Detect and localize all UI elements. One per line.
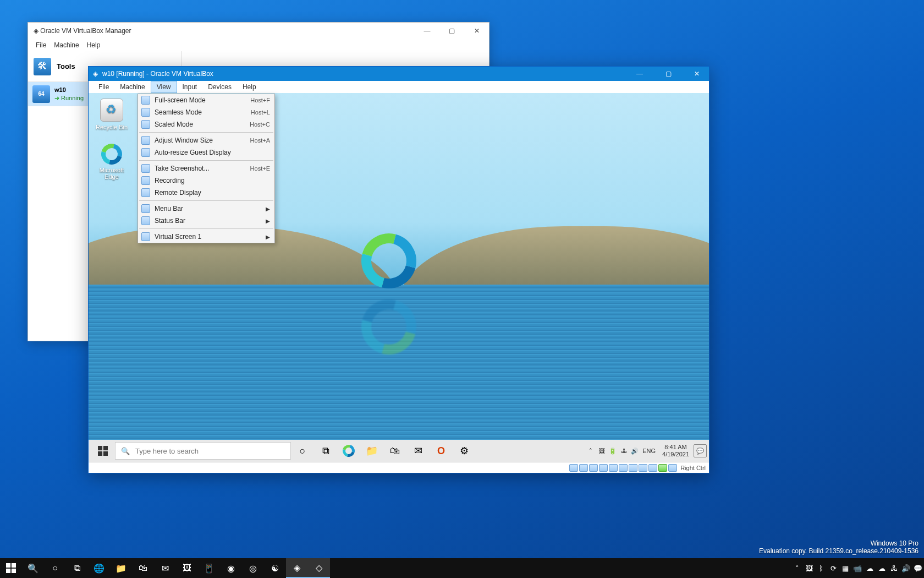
menu-input[interactable]: Input — [177, 81, 203, 93]
cortana-button[interactable]: ○ — [291, 440, 314, 462]
status-shared-folders-icon[interactable] — [619, 464, 628, 472]
tray-chevron-icon[interactable]: ˄ — [791, 558, 803, 578]
close-button[interactable]: ✕ — [685, 67, 709, 81]
guest-search-box[interactable]: 🔍 Type here to search — [115, 442, 291, 460]
svg-rect-4 — [6, 563, 10, 568]
tray-update-icon[interactable]: ⟳ — [827, 558, 839, 578]
menu-item-accelerator: Host+F — [250, 97, 270, 103]
status-display-icon[interactable] — [629, 464, 637, 472]
host-chrome-button[interactable]: ◉ — [220, 558, 242, 578]
host-cortana-button[interactable]: ○ — [44, 558, 66, 578]
view-menu-item[interactable]: Scaled ModeHost+C — [138, 118, 274, 130]
edge-icon — [340, 443, 357, 459]
status-cpu-icon[interactable] — [648, 464, 657, 472]
menu-machine[interactable]: Machine — [54, 41, 79, 49]
status-network-icon[interactable] — [599, 464, 608, 472]
host-edge-button[interactable]: 🌐 — [88, 558, 110, 578]
menu-help[interactable]: Help — [87, 41, 101, 49]
close-button[interactable]: ✕ — [464, 23, 489, 39]
tray-language[interactable]: ENG — [640, 440, 658, 462]
status-usb-icon[interactable] — [609, 464, 618, 472]
status-recording-icon[interactable] — [639, 464, 647, 472]
svg-rect-5 — [12, 563, 16, 568]
taskview-button[interactable]: ⧉ — [314, 440, 337, 462]
host-mail-button[interactable]: ✉ — [154, 558, 176, 578]
status-audio-icon[interactable] — [589, 464, 598, 472]
host-photos-button[interactable]: 🖼 — [176, 558, 198, 578]
action-center-button[interactable]: 💬 — [694, 444, 707, 457]
tray-chevron-icon[interactable]: ˄ — [585, 440, 596, 462]
host-start-button[interactable] — [0, 558, 22, 578]
tray-battery-icon[interactable]: 🔋 — [607, 440, 618, 462]
menu-devices[interactable]: Devices — [202, 81, 237, 93]
taskbar-mail[interactable]: ✉ — [406, 440, 430, 462]
view-menu-item[interactable]: Menu Bar▶ — [138, 203, 274, 215]
host-taskview-button[interactable]: ⧉ — [66, 558, 88, 578]
manager-titlebar[interactable]: ◈ Oracle VM VirtualBox Manager — ▢ ✕ — [28, 23, 489, 39]
recycle-bin-icon — [100, 99, 123, 122]
status-keyboard-icon[interactable] — [668, 464, 677, 472]
menu-view[interactable]: View — [151, 81, 177, 93]
maximize-button[interactable]: ▢ — [439, 23, 464, 39]
view-menu-item[interactable]: Virtual Screen 1▶ — [138, 231, 274, 243]
vm-state: Running — [54, 94, 84, 102]
status-optical-icon[interactable] — [579, 464, 588, 472]
tray-volume-icon[interactable]: 🔊 — [900, 558, 912, 578]
taskbar-office[interactable]: O — [430, 440, 453, 462]
taskbar-explorer[interactable]: 📁 — [360, 440, 383, 462]
tray-cloud-icon[interactable]: ☁ — [876, 558, 888, 578]
host-yourphone-button[interactable]: 📱 — [198, 558, 220, 578]
taskbar-settings[interactable]: ⚙ — [453, 440, 476, 462]
taskbar-edge[interactable] — [337, 440, 360, 462]
menu-item-label: Menu Bar — [155, 205, 261, 212]
minimize-button[interactable]: — — [628, 67, 652, 81]
vm-titlebar[interactable]: ◈ w10 [Running] - Oracle VM VirtualBox —… — [89, 67, 709, 81]
view-menu-item[interactable]: Take Screenshot...Host+E — [138, 162, 274, 175]
minimize-button[interactable]: — — [415, 23, 439, 39]
host-explorer-button[interactable]: 📁 — [110, 558, 132, 578]
host-virtualbox-button[interactable]: ◈ — [286, 558, 308, 578]
tray-image-icon[interactable]: 🖼 — [803, 558, 815, 578]
menu-machine[interactable]: Machine — [114, 81, 150, 93]
tray-onedrive-icon[interactable]: ☁ — [864, 558, 876, 578]
menu-file[interactable]: File — [36, 41, 46, 49]
tray-network-icon[interactable]: 🖧 — [618, 440, 629, 462]
menu-help[interactable]: Help — [237, 81, 262, 93]
view-menu-item[interactable]: Adjust Window SizeHost+A — [138, 134, 274, 146]
view-menu-item[interactable]: Recording — [138, 175, 274, 187]
tray-volume-icon[interactable]: 🔊 — [629, 440, 640, 462]
menu-item-label: Auto-resize Guest Display — [155, 149, 270, 156]
tray-image-icon[interactable]: 🖼 — [596, 440, 607, 462]
menu-item-label: Recording — [155, 177, 270, 184]
desktop-icon-edge[interactable]: Microsoft Edge — [92, 144, 131, 180]
host-watermark: Windows 10 Pro Evaluation copy. Build 21… — [759, 539, 919, 555]
host-virtualbox-vm-button[interactable]: ◇ — [308, 558, 330, 578]
host-store-button[interactable]: 🛍 — [132, 558, 154, 578]
menu-file[interactable]: File — [93, 81, 114, 93]
tray-bluetooth-icon[interactable]: ᛒ — [815, 558, 827, 578]
taskbar-store[interactable]: 🛍 — [383, 440, 406, 462]
status-hdd-icon[interactable] — [569, 464, 578, 472]
view-menu-item[interactable]: Remote Display — [138, 187, 274, 199]
tray-action-center-icon[interactable]: 💬 — [912, 558, 924, 578]
host-discord-button[interactable]: ☯ — [264, 558, 286, 578]
view-menu-item[interactable]: Full-screen ModeHost+F — [138, 94, 274, 106]
status-mouse-integration-icon[interactable] — [658, 464, 667, 472]
view-menu-item[interactable]: Auto-resize Guest Display — [138, 146, 274, 159]
view-menu-dropdown: Full-screen ModeHost+FSeamless ModeHost+… — [138, 94, 275, 243]
svg-rect-1 — [103, 446, 108, 450]
view-menu-item[interactable]: Seamless ModeHost+L — [138, 106, 274, 118]
view-menu-item[interactable]: Status Bar▶ — [138, 215, 274, 227]
tray-graphics-icon[interactable]: ▦ — [839, 558, 851, 578]
tray-meet-now-icon[interactable]: 📹 — [851, 558, 864, 578]
guest-start-button[interactable] — [91, 440, 115, 462]
maximize-button[interactable]: ▢ — [656, 67, 680, 81]
host-chrome-beta-button[interactable]: ◎ — [242, 558, 264, 578]
host-search-button[interactable]: 🔍 — [22, 558, 44, 578]
menu-item-label: Virtual Screen 1 — [155, 233, 261, 241]
menu-item-icon — [141, 188, 150, 197]
tray-network-icon[interactable]: 🖧 — [888, 558, 900, 578]
guest-clock[interactable]: 8:41 AM 4/19/2021 — [658, 444, 694, 458]
desktop-icon-recycle-bin[interactable]: Recycle Bin — [92, 99, 131, 130]
svg-rect-2 — [98, 451, 102, 456]
